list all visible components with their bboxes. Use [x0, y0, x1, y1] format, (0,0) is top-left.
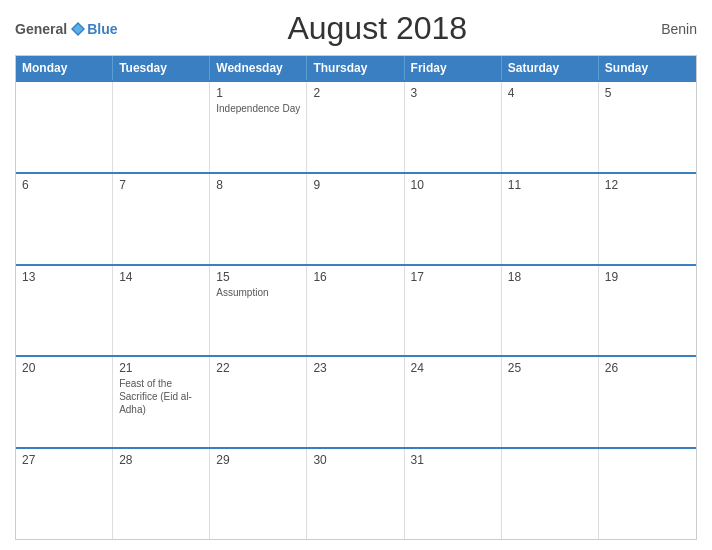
page: General Blue August 2018 Benin MondayTue… — [0, 0, 712, 550]
day-cell: 11 — [502, 174, 599, 264]
day-cell: 4 — [502, 82, 599, 172]
calendar-title: August 2018 — [117, 10, 637, 47]
day-number: 20 — [22, 361, 106, 375]
day-number: 27 — [22, 453, 106, 467]
day-number: 31 — [411, 453, 495, 467]
day-header-friday: Friday — [405, 56, 502, 80]
day-cell: 23 — [307, 357, 404, 447]
day-cell: 2 — [307, 82, 404, 172]
week-row-5: 2728293031 — [16, 447, 696, 539]
logo-icon — [69, 20, 87, 38]
day-cell: 24 — [405, 357, 502, 447]
day-number: 28 — [119, 453, 203, 467]
day-header-thursday: Thursday — [307, 56, 404, 80]
day-number: 7 — [119, 178, 203, 192]
calendar-body: 1Independence Day23456789101112131415Ass… — [16, 80, 696, 539]
week-row-3: 131415Assumption16171819 — [16, 264, 696, 356]
day-cell — [599, 449, 696, 539]
day-cell: 21Feast of the Sacrifice (Eid al-Adha) — [113, 357, 210, 447]
day-cell: 15Assumption — [210, 266, 307, 356]
day-cell — [113, 82, 210, 172]
day-number: 29 — [216, 453, 300, 467]
day-cell: 6 — [16, 174, 113, 264]
day-event: Feast of the Sacrifice (Eid al-Adha) — [119, 377, 203, 416]
day-event: Assumption — [216, 286, 300, 299]
day-cell: 29 — [210, 449, 307, 539]
day-number: 23 — [313, 361, 397, 375]
day-cell — [16, 82, 113, 172]
day-number: 2 — [313, 86, 397, 100]
day-cell: 22 — [210, 357, 307, 447]
day-number: 9 — [313, 178, 397, 192]
day-event: Independence Day — [216, 102, 300, 115]
week-row-4: 2021Feast of the Sacrifice (Eid al-Adha)… — [16, 355, 696, 447]
day-number: 11 — [508, 178, 592, 192]
day-number: 13 — [22, 270, 106, 284]
day-cell: 28 — [113, 449, 210, 539]
day-number: 4 — [508, 86, 592, 100]
country-name: Benin — [637, 21, 697, 37]
day-cell: 13 — [16, 266, 113, 356]
logo: General Blue — [15, 20, 117, 38]
day-number: 22 — [216, 361, 300, 375]
day-number: 14 — [119, 270, 203, 284]
day-cell: 30 — [307, 449, 404, 539]
day-cell: 19 — [599, 266, 696, 356]
day-cell: 25 — [502, 357, 599, 447]
day-number: 19 — [605, 270, 690, 284]
day-number: 8 — [216, 178, 300, 192]
week-row-1: 1Independence Day2345 — [16, 80, 696, 172]
day-headers: MondayTuesdayWednesdayThursdayFridaySatu… — [16, 56, 696, 80]
logo-general: General — [15, 21, 67, 37]
day-number: 1 — [216, 86, 300, 100]
day-cell: 27 — [16, 449, 113, 539]
calendar: MondayTuesdayWednesdayThursdayFridaySatu… — [15, 55, 697, 540]
day-header-monday: Monday — [16, 56, 113, 80]
header: General Blue August 2018 Benin — [15, 10, 697, 47]
day-number: 21 — [119, 361, 203, 375]
day-number: 24 — [411, 361, 495, 375]
day-cell: 12 — [599, 174, 696, 264]
day-number: 26 — [605, 361, 690, 375]
day-number: 17 — [411, 270, 495, 284]
day-cell: 20 — [16, 357, 113, 447]
logo-blue: Blue — [87, 21, 117, 37]
week-row-2: 6789101112 — [16, 172, 696, 264]
day-number: 5 — [605, 86, 690, 100]
day-number: 6 — [22, 178, 106, 192]
day-cell — [502, 449, 599, 539]
day-number: 25 — [508, 361, 592, 375]
day-cell: 7 — [113, 174, 210, 264]
day-header-tuesday: Tuesday — [113, 56, 210, 80]
day-number: 3 — [411, 86, 495, 100]
day-cell: 31 — [405, 449, 502, 539]
day-cell: 17 — [405, 266, 502, 356]
day-cell: 10 — [405, 174, 502, 264]
day-cell: 8 — [210, 174, 307, 264]
day-number: 12 — [605, 178, 690, 192]
day-number: 16 — [313, 270, 397, 284]
day-cell: 14 — [113, 266, 210, 356]
day-cell: 1Independence Day — [210, 82, 307, 172]
day-cell: 18 — [502, 266, 599, 356]
day-number: 10 — [411, 178, 495, 192]
day-number: 30 — [313, 453, 397, 467]
day-cell: 5 — [599, 82, 696, 172]
day-header-saturday: Saturday — [502, 56, 599, 80]
day-header-sunday: Sunday — [599, 56, 696, 80]
day-cell: 3 — [405, 82, 502, 172]
day-number: 18 — [508, 270, 592, 284]
day-header-wednesday: Wednesday — [210, 56, 307, 80]
day-cell: 9 — [307, 174, 404, 264]
day-number: 15 — [216, 270, 300, 284]
day-cell: 16 — [307, 266, 404, 356]
day-cell: 26 — [599, 357, 696, 447]
